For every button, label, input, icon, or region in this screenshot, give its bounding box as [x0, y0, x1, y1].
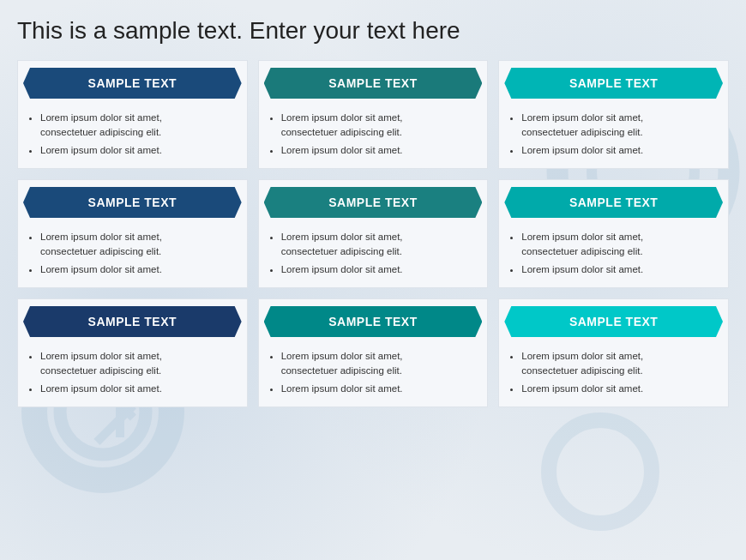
card-8-header: SAMPLE TEXT	[264, 306, 483, 337]
card-2-body: Lorem ipsum dolor sit amet,consectetuer …	[259, 105, 488, 168]
main-content: This is a sample text. Enter your text h…	[0, 0, 746, 420]
list-item: Lorem ipsum dolor sit amet,consectetuer …	[521, 349, 718, 377]
list-item: Lorem ipsum dolor sit amet,consectetuer …	[521, 230, 718, 258]
card-3: SAMPLE TEXT Lorem ipsum dolor sit amet,c…	[498, 60, 729, 169]
svg-point-4	[549, 420, 652, 523]
list-item: Lorem ipsum dolor sit amet.	[40, 382, 237, 396]
cards-grid: SAMPLE TEXT Lorem ipsum dolor sit amet,c…	[17, 60, 729, 407]
list-item: Lorem ipsum dolor sit amet,consectetuer …	[281, 230, 478, 258]
card-1: SAMPLE TEXT Lorem ipsum dolor sit amet,c…	[17, 60, 248, 169]
card-9-header: SAMPLE TEXT	[504, 306, 723, 337]
card-7-header: SAMPLE TEXT	[23, 306, 242, 337]
list-item: Lorem ipsum dolor sit amet,consectetuer …	[40, 230, 237, 258]
list-item: Lorem ipsum dolor sit amet,consectetuer …	[281, 111, 478, 139]
card-6: SAMPLE TEXT Lorem ipsum dolor sit amet,c…	[498, 179, 729, 288]
list-item: Lorem ipsum dolor sit amet,consectetuer …	[40, 111, 237, 139]
card-2-header: SAMPLE TEXT	[264, 68, 483, 99]
card-3-body: Lorem ipsum dolor sit amet,consectetuer …	[499, 105, 728, 168]
card-9: SAMPLE TEXT Lorem ipsum dolor sit amet,c…	[498, 298, 729, 407]
card-2: SAMPLE TEXT Lorem ipsum dolor sit amet,c…	[258, 60, 489, 169]
card-5-body: Lorem ipsum dolor sit amet,consectetuer …	[259, 225, 488, 287]
card-1-header: SAMPLE TEXT	[23, 68, 242, 99]
card-4: SAMPLE TEXT Lorem ipsum dolor sit amet,c…	[17, 179, 248, 288]
list-item: Lorem ipsum dolor sit amet,consectetuer …	[281, 349, 478, 377]
list-item: Lorem ipsum dolor sit amet.	[40, 262, 237, 277]
list-item: Lorem ipsum dolor sit amet.	[281, 143, 478, 158]
page-title: This is a sample text. Enter your text h…	[17, 17, 729, 45]
list-item: Lorem ipsum dolor sit amet,consectetuer …	[521, 111, 718, 139]
card-1-body: Lorem ipsum dolor sit amet,consectetuer …	[18, 105, 247, 168]
card-3-header: SAMPLE TEXT	[504, 68, 723, 99]
card-5-header: SAMPLE TEXT	[264, 187, 483, 218]
card-4-header: SAMPLE TEXT	[23, 187, 242, 218]
card-9-body: Lorem ipsum dolor sit amet,consectetuer …	[499, 344, 728, 406]
card-7: SAMPLE TEXT Lorem ipsum dolor sit amet,c…	[17, 298, 248, 407]
card-8-body: Lorem ipsum dolor sit amet,consectetuer …	[259, 344, 488, 406]
list-item: Lorem ipsum dolor sit amet.	[521, 382, 718, 396]
list-item: Lorem ipsum dolor sit amet.	[521, 143, 718, 158]
card-7-body: Lorem ipsum dolor sit amet,consectetuer …	[18, 344, 247, 406]
card-6-header: SAMPLE TEXT	[504, 187, 723, 218]
list-item: Lorem ipsum dolor sit amet.	[281, 262, 478, 277]
card-5: SAMPLE TEXT Lorem ipsum dolor sit amet,c…	[258, 179, 489, 288]
list-item: Lorem ipsum dolor sit amet,consectetuer …	[40, 349, 237, 377]
card-6-body: Lorem ipsum dolor sit amet,consectetuer …	[499, 225, 728, 287]
card-4-body: Lorem ipsum dolor sit amet,consectetuer …	[18, 225, 247, 287]
list-item: Lorem ipsum dolor sit amet.	[40, 143, 237, 158]
list-item: Lorem ipsum dolor sit amet.	[521, 262, 718, 277]
list-item: Lorem ipsum dolor sit amet.	[281, 382, 478, 396]
card-8: SAMPLE TEXT Lorem ipsum dolor sit amet,c…	[258, 298, 489, 407]
